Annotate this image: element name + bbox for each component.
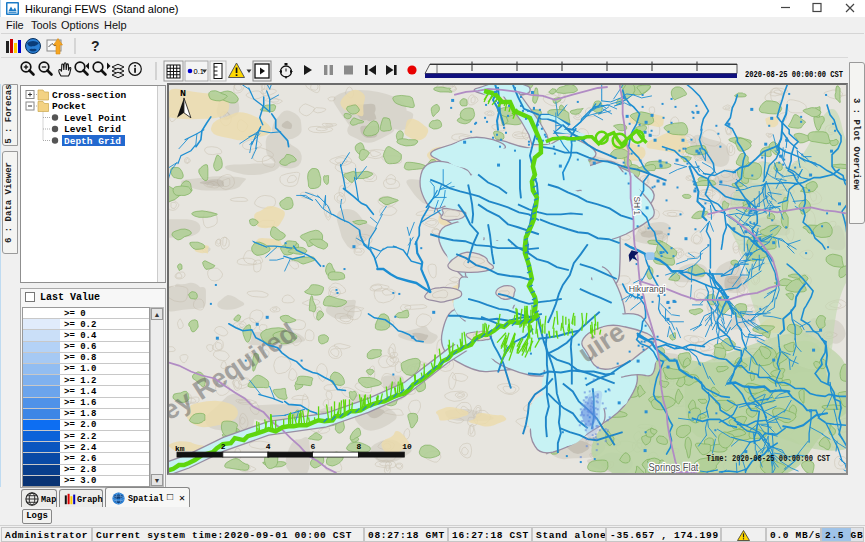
svg-text:2: 2 — [221, 442, 226, 451]
svg-text:2020-08-25 00:00:00 CST: 2020-08-25 00:00:00 CST — [745, 69, 843, 79]
svg-text:10: 10 — [402, 442, 412, 451]
svg-text:SH 1: SH 1 — [632, 196, 642, 215]
svg-text:6: 6 — [311, 442, 316, 451]
svg-text:4: 4 — [266, 442, 271, 451]
svg-text:8: 8 — [356, 442, 361, 451]
svg-text:Pocket: Pocket — [52, 101, 86, 112]
svg-text:Level Point: Level Point — [64, 113, 127, 124]
svg-text:Hikurangi: Hikurangi — [629, 283, 666, 294]
svg-text:0.1: 0.1 — [194, 67, 204, 76]
svg-text:Cross-section: Cross-section — [52, 90, 126, 101]
svg-text:Level Grid: Level Grid — [64, 124, 121, 135]
svg-text:Depth Grid: Depth Grid — [64, 136, 121, 147]
svg-text:Time: 2020-08-25 00:00:00 CST: Time: 2020-08-25 00:00:00 CST — [706, 453, 830, 464]
svg-text:N: N — [180, 88, 186, 99]
svg-text:?: ? — [91, 38, 100, 54]
svg-text:Springs Flat: Springs Flat — [649, 461, 699, 473]
